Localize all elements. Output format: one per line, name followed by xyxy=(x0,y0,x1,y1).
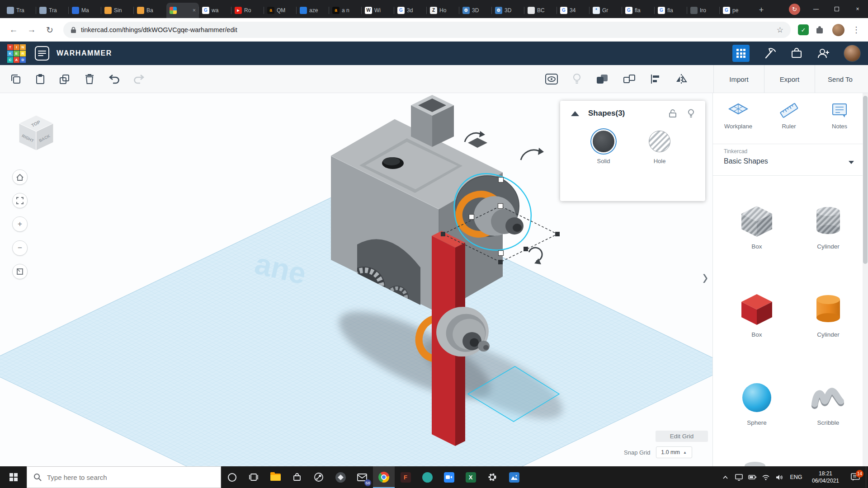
browser-profile-avatar[interactable] xyxy=(832,24,844,36)
new-tab-button[interactable]: + xyxy=(755,4,768,16)
hide-lightbulb-icon[interactable] xyxy=(688,109,694,118)
export-button[interactable]: Export xyxy=(764,65,815,93)
zoom-out-button[interactable]: − xyxy=(12,240,28,256)
workplane-tool[interactable]: Workplane xyxy=(713,98,764,130)
wifi-tray-icon[interactable] xyxy=(759,466,773,488)
steam-button[interactable] xyxy=(308,466,330,488)
search-input[interactable] xyxy=(47,474,201,481)
undo-icon[interactable] xyxy=(108,73,120,85)
sidebar-collapse-chevron[interactable]: › xyxy=(703,265,708,288)
editor-canvas[interactable]: ane xyxy=(0,93,712,466)
fit-view-button[interactable] xyxy=(12,193,28,208)
browser-tab[interactable]: Sin xyxy=(101,3,134,18)
browser-tab[interactable]: ⚙ 3D xyxy=(459,3,492,18)
browser-tab[interactable]: Tra xyxy=(4,3,36,18)
video-app-button[interactable] xyxy=(438,466,460,488)
action-center-button[interactable]: 14 xyxy=(845,466,866,488)
bag-icon[interactable] xyxy=(790,47,803,60)
browser-tab[interactable]: W Wi xyxy=(362,3,394,18)
home-view-button[interactable] xyxy=(12,169,28,185)
pickaxe-icon[interactable] xyxy=(763,47,777,60)
start-button[interactable] xyxy=(0,466,27,488)
design-menu-button[interactable] xyxy=(35,46,49,61)
settings-button[interactable] xyxy=(481,466,503,488)
browser-tab[interactable]: BC xyxy=(524,3,557,18)
browser-tab[interactable]: G wa xyxy=(199,3,231,18)
hole-swatch[interactable] xyxy=(649,131,670,152)
teal-app-button[interactable] xyxy=(416,466,438,488)
extensions-puzzle-icon[interactable] xyxy=(815,25,824,34)
lock-icon[interactable] xyxy=(669,109,677,118)
store-button[interactable] xyxy=(286,466,308,488)
shape-item-sphere[interactable]: Sphere xyxy=(723,371,791,426)
ruler-tool[interactable]: Ruler xyxy=(764,98,814,130)
show-all-eye-icon[interactable] xyxy=(545,73,558,85)
photos-button[interactable] xyxy=(503,466,525,488)
taskbar-search[interactable] xyxy=(27,466,221,488)
duplicate-icon[interactable] xyxy=(59,73,71,85)
close-button[interactable]: × xyxy=(847,0,868,18)
perspective-toggle-button[interactable] xyxy=(12,264,28,279)
import-button[interactable]: Import xyxy=(713,65,764,93)
zoom-in-button[interactable]: + xyxy=(12,216,28,232)
show-desktop-button[interactable] xyxy=(866,466,868,488)
browser-tab[interactable]: a QM xyxy=(264,3,297,18)
browser-tab[interactable]: Iro xyxy=(687,3,720,18)
tinkercad-logo[interactable]: TINKERCAD xyxy=(7,44,26,63)
browser-tab[interactable]: G 3d xyxy=(394,3,427,18)
view-cube[interactable]: TOP RIGHT BACK xyxy=(14,110,59,155)
mail-button[interactable]: 68 xyxy=(351,466,373,488)
paste-icon[interactable] xyxy=(34,73,46,85)
cortana-button[interactable] xyxy=(221,466,243,488)
shape-item-striped-box[interactable]: Box xyxy=(723,195,791,250)
browser-tab[interactable]: G pe xyxy=(720,3,752,18)
monitor-tray-icon[interactable] xyxy=(732,466,745,488)
hidden-icons-chevron[interactable] xyxy=(718,466,732,488)
browser-tab[interactable]: Z Ho xyxy=(427,3,459,18)
mirror-icon[interactable] xyxy=(675,73,688,85)
browser-tab[interactable]: * Gr xyxy=(590,3,622,18)
browser-tab[interactable]: ⚙ 3D xyxy=(492,3,524,18)
scrollbar-thumb[interactable] xyxy=(863,96,868,264)
shape-item-scribble[interactable]: Scribble xyxy=(794,371,862,426)
ungroup-icon[interactable] xyxy=(623,73,636,85)
browser-tab[interactable]: G fla xyxy=(655,3,687,18)
browser-update-icon[interactable]: ↻ xyxy=(789,4,800,15)
shape-item-orange-cylinder[interactable]: Cylinder xyxy=(794,283,862,338)
back-button[interactable]: ← xyxy=(5,22,22,38)
reload-button[interactable]: ↻ xyxy=(42,22,58,38)
delete-icon[interactable] xyxy=(84,73,95,85)
firefox-button[interactable]: F xyxy=(395,466,416,488)
forward-button[interactable]: → xyxy=(24,22,40,38)
user-avatar[interactable] xyxy=(844,45,861,62)
game-launcher-button[interactable] xyxy=(330,466,351,488)
edit-grid-button[interactable]: Edit Grid xyxy=(656,431,708,442)
adblock-extension-icon[interactable]: ✓ xyxy=(798,24,809,35)
align-icon[interactable] xyxy=(650,73,661,85)
browser-menu-icon[interactable]: ⋮ xyxy=(850,25,863,35)
address-bar[interactable]: tinkercad.com/things/dtkWOGVCgqe-warhamm… xyxy=(63,22,791,38)
browser-tab[interactable]: Ba xyxy=(134,3,166,18)
minimize-button[interactable]: — xyxy=(806,0,826,18)
shape-item-red-box[interactable]: Box xyxy=(723,283,791,338)
copy-icon[interactable] xyxy=(10,73,22,85)
notes-tool[interactable]: Notes xyxy=(814,98,865,130)
snap-grid-select[interactable]: 1.0 mm ▲ xyxy=(656,446,692,458)
group-icon[interactable] xyxy=(595,73,609,85)
blocks-view-button[interactable] xyxy=(732,45,750,62)
excel-button[interactable]: X xyxy=(460,466,481,488)
browser-tab[interactable]: ▸ Ro xyxy=(231,3,264,18)
browser-tab[interactable]: G 34 xyxy=(557,3,590,18)
site-info-lock-icon[interactable] xyxy=(71,27,76,33)
battery-tray-icon[interactable] xyxy=(745,466,759,488)
send-to-button[interactable]: Send To xyxy=(815,65,865,93)
language-indicator[interactable]: ENG xyxy=(786,474,806,480)
solid-swatch[interactable] xyxy=(593,131,614,152)
tab-close-icon[interactable]: × xyxy=(193,7,196,14)
add-user-icon[interactable] xyxy=(816,47,830,60)
shape-category-dropdown[interactable]: Basic Shapes xyxy=(724,157,768,165)
browser-tab[interactable]: Tra xyxy=(36,3,69,18)
lightbulb-icon[interactable] xyxy=(572,73,582,85)
browser-tab[interactable]: Ma xyxy=(69,3,101,18)
category-caret-icon[interactable] xyxy=(849,161,854,164)
